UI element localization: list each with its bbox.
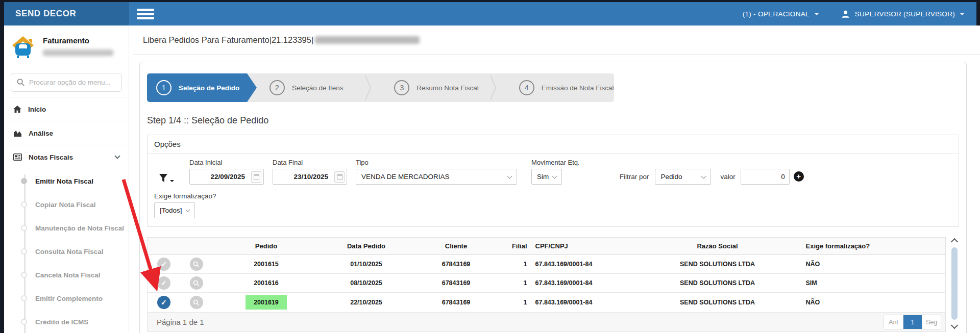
table-row-selected: ✓ 2001619 22/10/2025 67843169 1 67.843.1…: [148, 293, 946, 313]
topbar: SEND DECOR (1) - OPERACIONAL SUPERVISOR …: [4, 2, 980, 25]
field-label: Data Final: [273, 159, 347, 166]
field-label: Tipo: [356, 159, 517, 166]
options-panel-title: Opções: [148, 135, 959, 153]
pagination-prev-button[interactable]: Ant: [884, 315, 903, 329]
module-title: Faturamento: [43, 36, 113, 45]
redacted-text: [315, 36, 420, 44]
scrollbar-thumb[interactable]: [951, 247, 958, 320]
submenu-item-copiar-nota-fiscal[interactable]: Copiar Nota Fiscal: [4, 193, 129, 216]
company-selector[interactable]: (1) - OPERACIONAL: [743, 10, 819, 18]
step-number-badge: 2: [270, 80, 285, 95]
add-filter-icon[interactable]: +: [794, 171, 804, 182]
view-order-button[interactable]: [190, 258, 203, 271]
app-logo-icon: [9, 32, 37, 61]
wizard-step-2[interactable]: 2 Seleção de Itens: [247, 73, 364, 102]
bullet-icon: [21, 225, 27, 231]
brand-logo[interactable]: SEND DECOR: [4, 2, 129, 25]
cell-cliente: 67843169: [413, 255, 500, 274]
menu-search-input[interactable]: [29, 79, 119, 86]
cell-data-pedido: 01/10/2025: [320, 255, 413, 274]
hamburger-menu-icon[interactable]: [137, 9, 154, 21]
user-icon: [841, 9, 850, 19]
bullet-icon: [21, 248, 27, 254]
submenu-item-label: Cancela Nota Fiscal: [35, 271, 101, 279]
submenu-item-emitir-nota-fiscal[interactable]: Emitir Nota Fiscal: [4, 169, 129, 193]
exige-formalizacao-select[interactable]: [Todos]: [154, 202, 195, 218]
submenu-item-cancela-nota-fiscal[interactable]: Cancela Nota Fiscal: [4, 263, 129, 287]
field-label: Movimentar Etq.: [531, 159, 580, 166]
check-icon: ✓: [161, 298, 167, 306]
module-header: Faturamento: [4, 25, 129, 66]
wizard-step-1[interactable]: 1 Seleção de Pedido: [147, 73, 247, 102]
check-icon: ✓: [161, 279, 167, 287]
page-indicator: Página 1 de 1: [157, 318, 204, 326]
submenu-item-label: Emitir Nota Fiscal: [35, 177, 93, 185]
check-icon: ✓: [161, 260, 167, 268]
wizard-step-3[interactable]: 3 Resumo Nota Fiscal: [372, 73, 489, 102]
scroll-up-icon[interactable]: [951, 238, 958, 245]
calendar-icon[interactable]: [251, 171, 261, 183]
submenu-item-emitir-complemento[interactable]: Emitir Complemento: [4, 287, 129, 310]
user-menu[interactable]: SUPERVISOR (SUPERVISOR): [841, 9, 965, 19]
tipo-select-value: VENDA DE MERCADORIAS: [361, 173, 450, 181]
cell-cliente: 67843169: [413, 274, 500, 293]
sidebar-item-inicio[interactable]: Início: [4, 97, 129, 121]
search-icon: [17, 79, 24, 86]
sidebar-item-notas-fiscais[interactable]: Notas Fiscais: [4, 145, 129, 169]
select-caret-icon: [507, 173, 512, 178]
movimentar-etq-value: Sim: [537, 173, 549, 181]
magnifier-icon: [193, 280, 200, 287]
magnifier-icon: [193, 261, 200, 268]
tipo-select[interactable]: VENDA DE MERCADORIAS: [356, 169, 517, 185]
sidebar: Faturamento Início Análise: [4, 25, 129, 333]
submenu-item-credito-de-icms[interactable]: Crédito de ICMS: [4, 310, 129, 333]
grid-header-row: Pedido Data Pedido Cliente Filial CPF/CN…: [148, 238, 946, 255]
home-icon: [13, 106, 21, 113]
column-header: Cliente: [413, 238, 500, 255]
filtrar-por-select[interactable]: Pedido: [655, 169, 711, 185]
cell-filial: 1: [500, 255, 531, 274]
sidebar-search: [11, 73, 122, 92]
select-caret-icon: [701, 173, 706, 178]
exige-formalizacao-value: [Todos]: [160, 207, 182, 214]
company-selector-label: (1) - OPERACIONAL: [743, 10, 810, 18]
scroll-down-icon[interactable]: [951, 322, 958, 329]
caret-down-icon: [960, 13, 965, 15]
select-order-button[interactable]: ✓: [157, 276, 170, 290]
grid-footer: Página 1 de 1 Ant 1 Seg: [147, 313, 946, 332]
table-row: ✓ 2001616 08/10/2025 67843169 1 67.843.1…: [148, 274, 946, 293]
step-number-badge: 4: [519, 80, 534, 95]
pagination-next-button[interactable]: Seg: [922, 315, 941, 329]
view-order-button[interactable]: [190, 276, 203, 290]
select-order-button-selected[interactable]: ✓: [157, 296, 170, 309]
topbar-right: (1) - OPERACIONAL SUPERVISOR (SUPERVISOR…: [743, 2, 965, 25]
magnifier-icon: [193, 299, 200, 306]
pagination-page-1-button[interactable]: 1: [903, 315, 922, 329]
chevron-down-icon: [114, 153, 120, 159]
valor-input[interactable]: [741, 169, 789, 184]
submenu-item-manutencao-nota-fiscal[interactable]: Manutenção de Nota Fiscal: [4, 216, 129, 240]
movimentar-etq-select[interactable]: Sim: [531, 169, 562, 185]
sidebar-nav: Início Análise Notas Fiscais: [4, 97, 129, 333]
table-row: ✓ 2001615 01/10/2025 67843169 1 67.843.1…: [148, 255, 946, 274]
cell-razao-social: SEND SOLUTIONS LTDA: [633, 274, 802, 293]
sidebar-item-analise[interactable]: Análise: [4, 121, 129, 145]
grid-scrollbar[interactable]: [950, 237, 959, 332]
view-order-button[interactable]: [190, 296, 203, 309]
submenu-item-consulta-nota-fiscal[interactable]: Consulta Nota Fiscal: [4, 240, 129, 263]
select-order-button[interactable]: ✓: [157, 258, 170, 271]
wizard-step-4[interactable]: 4 Emissão de Nota Fiscal: [497, 73, 614, 102]
cell-exige-formalizacao: SIM: [802, 274, 946, 293]
column-header: Data Pedido: [320, 238, 413, 255]
column-header: Pedido: [213, 238, 320, 255]
calendar-icon[interactable]: [334, 171, 345, 183]
valor-label: valor: [720, 173, 735, 185]
cell-exige-formalizacao: NÃO: [802, 293, 946, 313]
submenu-item-label: Crédito de ICMS: [35, 318, 88, 326]
step-heading: Step 1/4 :: Seleção de Pedido: [147, 115, 959, 126]
options-panel: Opções Data Inicial: [147, 135, 959, 227]
content-panel: 1 Seleção de Pedido 2 Seleção de Itens 3…: [139, 62, 967, 333]
cell-razao-social: SEND SOLUTIONS LTDA: [633, 255, 802, 274]
filter-button[interactable]: [158, 173, 174, 183]
filter-icon: [158, 173, 168, 183]
